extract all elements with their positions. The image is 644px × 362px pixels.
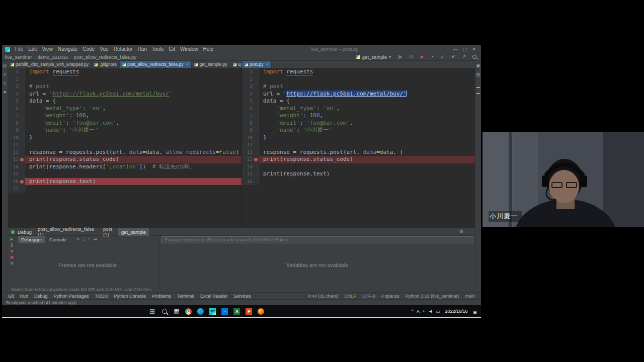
tab-debugger[interactable]: Debugger (18, 236, 45, 243)
breadcrumb-item[interactable]: demo_221016 (38, 54, 68, 60)
minimize-button[interactable]: — (453, 47, 458, 52)
menu-window[interactable]: Window (178, 46, 201, 52)
breakpoint-icon[interactable] (20, 158, 24, 161)
search-button[interactable] (159, 305, 170, 317)
toolwindow-debug[interactable]: Debug (31, 294, 51, 299)
line-number[interactable]: 14 (242, 163, 259, 171)
line-number[interactable]: 10 (242, 134, 259, 142)
line-number[interactable]: 4 (8, 90, 25, 98)
toolwindow-run[interactable]: Run (17, 294, 32, 299)
pycharm-button[interactable]: PC (207, 305, 218, 317)
line-number[interactable]: 5 (8, 98, 25, 105)
tab-post-py[interactable]: post.py✕ (242, 61, 272, 68)
tab-pathlib-xlsx-sample-with-wrapped-py[interactable]: pathlib_xlsx_sample_with_wrapped.py (8, 61, 92, 68)
volume-icon[interactable]: ◄ (428, 309, 433, 314)
git-update-button[interactable]: ↙ (439, 54, 446, 59)
settings-icon[interactable]: ⚙ (459, 229, 463, 234)
status-crlf[interactable]: CRLF (341, 294, 359, 299)
line-number[interactable]: 3 (242, 83, 259, 90)
network-icon[interactable]: ≈ (423, 309, 425, 314)
menu-git[interactable]: Git (166, 46, 178, 52)
view-breakpoints-button[interactable]: ◉ (10, 255, 14, 259)
toolwindow-services[interactable]: Services (230, 294, 254, 299)
powerpoint-button[interactable]: P (244, 305, 255, 317)
edge-button[interactable] (195, 305, 206, 317)
search-everywhere-button[interactable] (471, 55, 478, 59)
hidden-icons-chevron[interactable]: ^ (412, 309, 414, 314)
code-editor-right[interactable]: 1import requests23# post4url = 'https://… (242, 68, 475, 228)
run-button[interactable]: ▶ (397, 54, 404, 59)
line-number[interactable]: 7 (242, 112, 259, 120)
line-number[interactable]: 1 (8, 68, 25, 76)
toolwindow-python-console[interactable]: Python Console (111, 294, 149, 299)
bookmarks-tool-button[interactable]: ⚑ (3, 91, 7, 95)
line-number[interactable]: 11 (8, 141, 25, 149)
resume-button[interactable]: ▶ (10, 237, 13, 241)
line-number[interactable]: 9 (8, 127, 25, 134)
toolwindow-todo[interactable]: TODO (92, 294, 111, 299)
step-over-button[interactable]: ↷ (76, 237, 80, 242)
line-number[interactable]: 5 (242, 98, 259, 105)
close-icon[interactable]: ✕ (266, 62, 269, 66)
menu-vue[interactable]: Vue (97, 46, 111, 52)
line-number[interactable]: 1 (242, 68, 259, 76)
line-number[interactable]: 8 (242, 120, 259, 127)
menu-navigate[interactable]: Navigate (55, 46, 80, 52)
line-number[interactable]: 11 (242, 141, 259, 149)
project-tool-button[interactable]: ▤ (3, 64, 7, 68)
taskbar-clock[interactable]: 2022/10/16 (443, 309, 469, 314)
menu-tools[interactable]: Tools (149, 46, 166, 52)
line-number[interactable]: 8 (8, 120, 25, 127)
status-4-44-35-chars[interactable]: 4:44 (35 chars) (305, 294, 342, 299)
debug-session-tab-get-sample[interactable]: get_sample (118, 228, 149, 236)
stop-button[interactable]: ■ (418, 54, 425, 59)
toolwindow-terminal[interactable]: Terminal (174, 294, 197, 299)
line-number[interactable]: 3 (8, 83, 25, 90)
status-main[interactable]: main (462, 294, 478, 299)
breakpoint-icon[interactable] (20, 180, 24, 184)
coverage-button[interactable]: ◔ (429, 54, 436, 59)
excel-button[interactable]: X (231, 305, 243, 317)
tab-gitignore[interactable]: .gitignore (92, 61, 120, 68)
step-into-button[interactable]: ↓ (83, 237, 85, 242)
line-number[interactable]: 16 (242, 178, 259, 186)
close-button[interactable]: ✕ (472, 47, 476, 52)
evaluate-expression-input[interactable]: Evaluate expression (Enter) or add a wat… (161, 236, 473, 243)
line-number[interactable]: 16 (8, 178, 25, 186)
notifications-button[interactable]: ▣ (476, 64, 480, 68)
menu-run[interactable]: Run (135, 46, 149, 52)
toolwindow-problems[interactable]: Problems (149, 294, 174, 299)
breakpoint-icon[interactable] (254, 158, 258, 161)
line-number[interactable]: 12 (242, 149, 259, 156)
stop-button[interactable]: ■ (11, 249, 13, 253)
line-number[interactable]: 15 (242, 170, 259, 178)
vscode-button[interactable]: ‹› (219, 305, 230, 317)
menu-refactor[interactable]: Refactor (111, 46, 135, 52)
line-number[interactable]: 7 (8, 112, 25, 120)
code-editor-left[interactable]: 1import requests23# post4url = 'https://… (8, 68, 242, 228)
line-number[interactable]: 15 (8, 170, 25, 178)
debug-session-tab-post-allow-redirects-false-1[interactable]: post_allow_redirects_false (1) (35, 228, 97, 236)
menu-code[interactable]: Code (80, 46, 97, 52)
toolwindow-python-packages[interactable]: Python Packages (51, 294, 92, 299)
status-python-3-10-live-seminar[interactable]: Python 3.10 (live_seminar) (402, 294, 462, 299)
toolwindow-git[interactable]: Git (5, 294, 17, 299)
close-icon[interactable]: ✕ (186, 62, 189, 66)
line-number[interactable]: 12 (8, 149, 25, 156)
database-tool-button[interactable]: ▥ (476, 73, 480, 77)
start-button[interactable]: ⊞ (147, 305, 158, 317)
debug-button[interactable]: ⊙ (408, 54, 415, 59)
breadcrumb-item[interactable]: post_allow_redirects_false.py (73, 54, 136, 60)
line-number[interactable]: 4 (242, 90, 259, 98)
line-number[interactable]: 17 (8, 185, 25, 193)
commit-tool-button[interactable]: ✔ (3, 73, 7, 77)
git-commit-button[interactable]: ✔ (450, 54, 457, 59)
line-number[interactable]: 13 (242, 156, 259, 163)
line-number[interactable]: 13 (8, 156, 25, 163)
firefox-button[interactable] (256, 305, 267, 317)
pause-button[interactable]: ∥ (11, 243, 13, 247)
task-view-button[interactable]: ▦ (171, 305, 182, 317)
tab-post-allow-redirects-false-py[interactable]: post_allow_redirects_false.py✕ (120, 61, 192, 68)
battery-icon[interactable]: ▭ (436, 309, 440, 314)
maximize-button[interactable]: ▢ (463, 47, 467, 52)
